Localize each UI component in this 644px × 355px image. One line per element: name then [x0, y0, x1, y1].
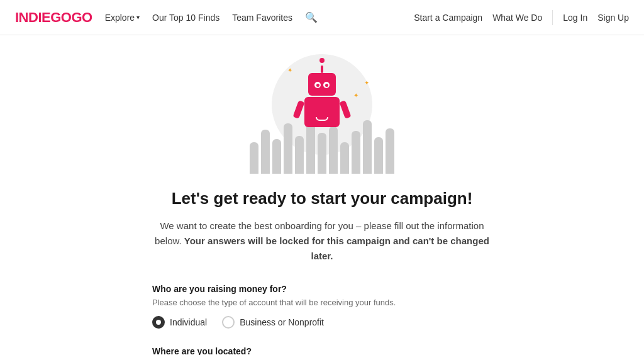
- navbar-left: INDIEGOGO Explore ▾ Our Top 10 Finds Tea…: [15, 9, 318, 26]
- nav-top10[interactable]: Our Top 10 Finds: [152, 13, 219, 23]
- hand: [318, 133, 326, 174]
- nav-explore[interactable]: Explore ▾: [105, 13, 140, 23]
- hand: [295, 136, 304, 174]
- hand: [363, 120, 372, 174]
- robot-mascot: [304, 60, 340, 129]
- question1-hint: Please choose the type of account that w…: [152, 298, 492, 307]
- robot-antenna-ball: [319, 58, 325, 63]
- robot-mouth: [316, 117, 328, 121]
- radio-business-indicator: [222, 316, 235, 329]
- question1-label: Who are you raising money for?: [152, 284, 492, 294]
- hand: [352, 131, 360, 174]
- hand: [261, 130, 270, 174]
- question-block-2: Where are you located? If you are raisin…: [152, 346, 492, 355]
- nav-team-favorites[interactable]: Team Favorites: [232, 13, 292, 23]
- star-icon-2: ✦: [364, 79, 369, 86]
- hand: [272, 139, 281, 174]
- radio-individual-inner: [156, 320, 161, 325]
- star-icon-3: ✦: [353, 92, 358, 99]
- nav-start-campaign[interactable]: Start a Campaign: [414, 13, 482, 23]
- robot-body: [304, 97, 340, 127]
- hand: [250, 142, 258, 174]
- hand: [340, 142, 349, 174]
- illustration-area: ✦ ✦ ✦: [96, 48, 548, 174]
- signup-button[interactable]: Sign Up: [597, 13, 629, 23]
- nav-divider: [552, 10, 553, 25]
- hand: [374, 137, 383, 174]
- search-icon[interactable]: 🔍: [305, 11, 318, 23]
- hero-section: Let's get ready to start your campaign! …: [96, 189, 548, 264]
- radio-individual[interactable]: Individual: [152, 316, 207, 329]
- navbar-right: Start a Campaign What We Do Log In Sign …: [414, 10, 629, 25]
- logo[interactable]: INDIEGOGO: [15, 9, 92, 26]
- form-section: Who are you raising money for? Please ch…: [152, 284, 492, 355]
- radio-individual-indicator: [152, 316, 165, 329]
- robot-head: [308, 73, 336, 96]
- chevron-down-icon: ▾: [136, 14, 140, 21]
- hand: [329, 127, 338, 174]
- main-content: ✦ ✦ ✦: [83, 35, 561, 355]
- question-block-1: Who are you raising money for? Please ch…: [152, 284, 492, 329]
- hand: [386, 128, 394, 174]
- robot-antenna: [321, 65, 323, 73]
- hand: [284, 123, 292, 174]
- radio-group: Individual Business or Nonprofit: [152, 316, 492, 329]
- radio-business[interactable]: Business or Nonprofit: [222, 316, 324, 329]
- robot-left-eye: [314, 82, 321, 88]
- robot-right-eye: [323, 82, 330, 88]
- hero-subtitle: We want to create the best onboarding fo…: [152, 218, 492, 264]
- login-button[interactable]: Log In: [563, 13, 587, 23]
- hero-title: Let's get ready to start your campaign!: [96, 189, 548, 208]
- navbar: INDIEGOGO Explore ▾ Our Top 10 Finds Tea…: [0, 0, 644, 35]
- star-icon-1: ✦: [287, 67, 292, 74]
- question2-label: Where are you located?: [152, 346, 492, 355]
- nav-what-we-do[interactable]: What We Do: [492, 13, 542, 23]
